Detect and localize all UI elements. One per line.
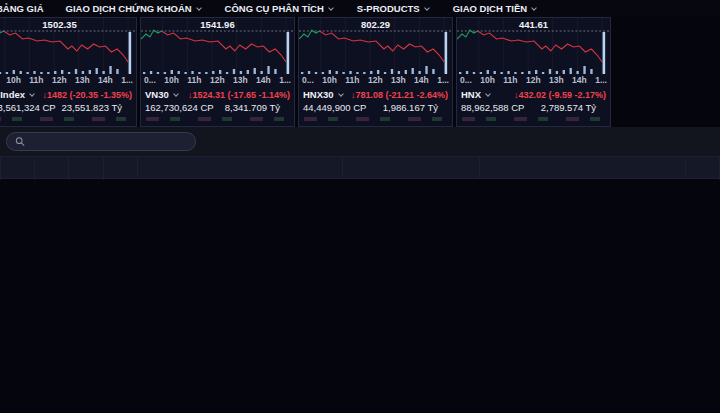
menu-item-co-ng-cu-pha-n-ti-ch[interactable]: CÔNG CỤ PHÂN TÍCH <box>225 3 335 14</box>
x-tick-label: 10h <box>164 75 179 86</box>
col-header-ck <box>1 157 35 179</box>
col-header-ceiling <box>35 157 69 179</box>
index-last-value: 432.02 <box>518 90 548 100</box>
x-tick-label: 12h <box>368 75 383 86</box>
chart-x-axis: 0...10h11h12h13h14h1... <box>141 75 294 86</box>
x-tick-label: 1... <box>595 75 607 86</box>
index-value-change: ↓1482 (-20.35 -1.35%) <box>42 90 132 100</box>
index-card-vn30: 1541.960...10h11h12h13h14h1...VN30↓1524.… <box>140 17 295 127</box>
index-card-hnx: 441.610...10h11h12h13h14h1...HNX↓432.02 … <box>456 17 611 127</box>
chevron-down-icon <box>424 6 430 12</box>
index-name-dropdown[interactable]: VN30 <box>145 89 180 100</box>
chart-reference-value: 1502.35 <box>0 19 136 30</box>
index-name-dropdown[interactable]: VNIndex <box>0 89 36 100</box>
menu-item-label: BẢNG GIÁ <box>0 3 44 14</box>
index-name: HNX <box>461 89 481 100</box>
x-tick-label: 13h <box>549 75 564 86</box>
x-tick-label: 0... <box>144 75 156 86</box>
index-volume-line: 88,962,588 CP2,789.574 Tỷ <box>457 101 610 115</box>
clipped-breadth-line <box>462 117 605 121</box>
index-name-dropdown[interactable]: HNX30 <box>303 89 345 100</box>
group-header-match <box>343 157 480 179</box>
index-change: (-21.21 -2.64%) <box>385 90 448 100</box>
index-change: (-20.35 -1.35%) <box>69 90 132 100</box>
x-tick-label: 10h <box>322 75 337 86</box>
x-tick-label: 14h <box>256 75 271 86</box>
index-mini-chart: 802.29 <box>299 18 452 75</box>
menu-item-giao-di-ch-tie-n[interactable]: GIAO DỊCH TIỀN <box>453 3 538 14</box>
index-volume-line: 44,449,900 CP1,986.167 Tỷ <box>299 101 452 115</box>
index-summary-line: VNIndex↓1482 (-20.35 -1.35%) <box>0 86 136 101</box>
x-tick-label: 14h <box>572 75 587 86</box>
chart-reference-value: 441.61 <box>457 19 610 30</box>
index-volume-line: 763,561,324 CP23,551.823 Tỷ <box>0 101 136 115</box>
x-tick-label: 13h <box>233 75 248 86</box>
index-name: VN30 <box>145 89 169 100</box>
index-change: (-17.65 -1.14%) <box>227 90 290 100</box>
x-tick-label: 10h <box>480 75 495 86</box>
table-header <box>1 157 720 179</box>
index-last-value: 1482 <box>47 90 70 100</box>
index-turnover: 2,789.574 Tỷ <box>541 102 596 115</box>
x-tick-label: 14h <box>98 75 113 86</box>
x-tick-label: 14h <box>414 75 429 86</box>
x-tick-label: 13h <box>75 75 90 86</box>
x-tick-label: 1... <box>279 75 291 86</box>
index-summary-line: HNX30↓781.08 (-21.21 -2.64%) <box>299 86 452 101</box>
index-mini-chart: 1541.96 <box>141 18 294 75</box>
top-menu-bar: BẢNG GIÁGIAO DỊCH CHỨNG KHOÁNCÔNG CỤ PHÂ… <box>0 0 720 17</box>
chevron-down-icon <box>29 92 35 98</box>
group-header-overflow <box>685 157 719 179</box>
index-turnover: 1,986.167 Tỷ <box>383 102 438 115</box>
index-turnover: 8,341.709 Tỷ <box>225 102 280 115</box>
clipped-breadth-line <box>146 117 289 121</box>
search-input[interactable] <box>30 137 187 147</box>
menu-item-giao-di-ch-chu-ng-khoa-n[interactable]: GIAO DỊCH CHỨNG KHOÁN <box>66 3 203 14</box>
chart-reference-value: 802.29 <box>299 19 452 30</box>
chevron-down-icon <box>328 6 334 12</box>
x-tick-label: 12h <box>52 75 67 86</box>
search-icon <box>15 136 25 147</box>
chevron-down-icon <box>338 92 344 98</box>
menu-item-label: CÔNG CỤ PHÂN TÍCH <box>225 3 324 14</box>
index-name: VNIndex <box>0 89 25 100</box>
menu-item-s-products[interactable]: S-PRODUCTS <box>357 3 431 14</box>
index-card-hnx30: 802.290...10h11h12h13h14h1...HNX30↓781.0… <box>298 17 453 127</box>
index-mini-chart: 1502.35 <box>0 18 136 75</box>
ticker-search[interactable] <box>6 132 196 151</box>
index-last-value: 781.08 <box>355 90 385 100</box>
board-toolbar <box>0 127 720 156</box>
x-tick-label: 0... <box>460 75 472 86</box>
col-header-reference <box>103 157 137 179</box>
x-tick-label: 11h <box>187 75 201 86</box>
index-cards-row: 1502.350...10h11h12h13h14h1...VNIndex↓14… <box>0 17 720 127</box>
index-value-change: ↓781.08 (-21.21 -2.64%) <box>351 90 448 100</box>
index-volume: 88,962,588 CP <box>461 102 524 115</box>
index-change: (-9.59 -2.17%) <box>548 90 606 100</box>
chevron-down-icon <box>485 92 491 98</box>
index-summary-line: VN30↓1524.31 (-17.65 -1.14%) <box>141 86 294 101</box>
x-tick-label: 1... <box>437 75 449 86</box>
chevron-down-icon <box>531 6 537 12</box>
x-tick-label: 11h <box>503 75 517 86</box>
index-name-dropdown[interactable]: HNX <box>461 89 492 100</box>
x-tick-label: 13h <box>391 75 406 86</box>
group-header-sell <box>480 157 685 179</box>
x-tick-label: 1... <box>121 75 133 86</box>
index-turnover: 23,551.823 Tỷ <box>61 102 122 115</box>
price-board-table <box>0 156 720 179</box>
x-tick-label: 12h <box>526 75 541 86</box>
clipped-breadth-line <box>0 117 131 121</box>
x-tick-label: 12h <box>210 75 225 86</box>
group-header-buy <box>137 157 342 179</box>
index-mini-chart: 441.61 <box>457 18 610 75</box>
chevron-down-icon <box>173 92 179 98</box>
index-card-vnindex: 1502.350...10h11h12h13h14h1...VNIndex↓14… <box>0 17 137 127</box>
board-tabs <box>196 127 720 156</box>
col-header-floor <box>69 157 103 179</box>
menu-item-ba-ng-gia[interactable]: BẢNG GIÁ <box>0 3 44 14</box>
chart-x-axis: 0...10h11h12h13h14h1... <box>457 75 610 86</box>
index-name: HNX30 <box>303 89 334 100</box>
index-summary-line: HNX↓432.02 (-9.59 -2.17%) <box>457 86 610 101</box>
chart-x-axis: 0...10h11h12h13h14h1... <box>299 75 452 86</box>
